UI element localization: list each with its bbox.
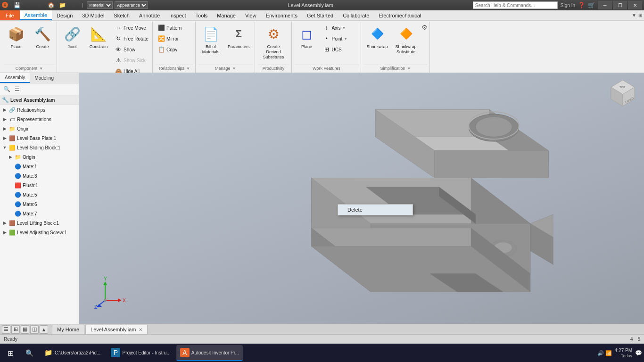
menu-sketch[interactable]: Sketch [109, 10, 134, 20]
axis-button[interactable]: ↕ Axis ▼ [321, 23, 359, 33]
notification-icon[interactable]: 💬 [635, 350, 642, 356]
tree-item-mate3[interactable]: 🔵 Mate:3 [0, 171, 79, 181]
menu-collaborate[interactable]: Collaborate [338, 10, 374, 20]
help-icon[interactable]: ❓ [578, 2, 585, 8]
toggle-mate6[interactable] [8, 201, 13, 207]
bill-of-materials-button[interactable]: 📄 Bill ofMaterials [198, 23, 223, 57]
manage-group-label[interactable]: Manage ▼ [198, 65, 253, 72]
menu-design[interactable]: Design [52, 10, 77, 20]
search-input[interactable] [473, 1, 558, 9]
parameters-button[interactable]: Σ Parameters [225, 23, 253, 51]
ribbon-options-icon[interactable]: ▼ [632, 13, 636, 18]
show-button[interactable]: 👁 Show [113, 44, 150, 55]
point-button[interactable]: • Point ▼ [321, 33, 359, 44]
tab-icon-split[interactable]: ◫ [30, 325, 39, 334]
tree-item-level-adjusting-screw[interactable]: ▶ 🟩 Level Adjusting Screw:1 [0, 228, 79, 237]
tab-level-assembly-close[interactable]: ✕ [139, 327, 142, 332]
toggle-mate7[interactable] [8, 211, 13, 216]
tree-item-origin-sub[interactable]: ▶ 📁 Origin [0, 152, 79, 162]
constrain-button[interactable]: 📐 Constrain [86, 23, 111, 51]
tree-item-representations[interactable]: ▶ 🗃 Representations [0, 115, 79, 124]
tree-item-mate1[interactable]: 🔵 Mate:1 [0, 162, 79, 171]
component-group-label[interactable]: Component ▼ [4, 65, 55, 72]
menu-view[interactable]: View [240, 10, 261, 20]
tab-icon-columns[interactable]: ▦ [21, 325, 29, 334]
menu-assemble[interactable]: Assemble [20, 10, 52, 20]
menu-icon[interactable]: ☰ [12, 84, 22, 94]
joint-button[interactable]: 🔗 Joint [60, 23, 84, 51]
settings-icon[interactable]: ⚙ [69, 0, 78, 10]
toggle-level-adjusting-screw[interactable]: ▶ [2, 230, 8, 235]
toggle-mate5[interactable] [8, 192, 13, 197]
view-cube[interactable]: FRONT TOP [606, 78, 639, 111]
menu-annotate[interactable]: Annotate [134, 10, 165, 20]
minimize-button[interactable]: ─ [598, 1, 612, 9]
start-button[interactable]: ⊞ [2, 345, 19, 362]
toggle-flush1[interactable] [8, 182, 13, 188]
toggle-level-sliding-block[interactable]: ▼ [2, 145, 8, 150]
context-menu-item-delete[interactable]: Delete [338, 205, 413, 215]
menu-environments[interactable]: Environments [261, 10, 302, 20]
tree-item-relationships[interactable]: ▶ 🔗 Relationships [0, 105, 79, 115]
toggle-representations[interactable]: ▶ [2, 116, 8, 122]
restore-button[interactable]: ❐ [613, 1, 627, 9]
tree-item-level-lifting-block[interactable]: ▶ 🟫 Level Lifting Block:1 [0, 218, 79, 228]
menu-electromechanical[interactable]: Electromechanical [374, 10, 426, 20]
toggle-origin[interactable]: ▶ [2, 126, 8, 132]
toggle-level-base-plate[interactable]: ▶ [2, 135, 8, 141]
pattern-button[interactable]: ⬛ Pattern [156, 23, 193, 33]
tab-icon-list[interactable]: ☰ [2, 325, 10, 334]
copy-button[interactable]: 📋 Copy [156, 44, 193, 55]
menu-inspect[interactable]: Inspect [165, 10, 190, 20]
toggle-origin-sub[interactable]: ▶ [8, 154, 13, 160]
undo-icon[interactable]: ↩ [24, 0, 33, 10]
taskbar-app-file-explorer[interactable]: 📁 C:\Users\ortiza2\Pict... [40, 345, 105, 361]
tree-item-origin[interactable]: ▶ 📁 Origin [0, 124, 79, 133]
viewport[interactable]: Delete Y X Z [79, 73, 644, 324]
mirror-button[interactable]: 🔀 Mirror [156, 33, 193, 44]
tab-icon-grid[interactable]: ⊞ [11, 325, 20, 334]
simplification-group-label[interactable]: Simplification ▼ [364, 65, 428, 72]
sign-in-button[interactable]: Sign In [561, 3, 575, 8]
expand-ribbon-icon[interactable]: ⊞ [638, 13, 642, 18]
home-icon[interactable]: 🏠 [46, 0, 56, 10]
free-move-button[interactable]: ↔ Free Move [113, 23, 150, 33]
create-button[interactable]: 🔨 Create [30, 23, 55, 51]
relationships-group-label[interactable]: Relationships ▼ [156, 65, 193, 72]
save-icon[interactable]: 💾 [12, 0, 22, 10]
tree-item-level-sliding-block[interactable]: ▼ 🟨 Level Sliding Block:1 [0, 143, 79, 152]
taskbar-app-autodesk[interactable]: A Autodesk Inventor Pr... [176, 345, 243, 361]
tree-item-mate7[interactable]: 🔵 Mate:7 [0, 209, 79, 218]
tree-item-mate6[interactable]: 🔵 Mate:6 [0, 199, 79, 209]
tab-icon-up[interactable]: ▲ [40, 325, 48, 334]
toggle-mate1[interactable] [8, 164, 13, 169]
place-button[interactable]: 📦 Place [4, 23, 28, 51]
tree-item-mate5[interactable]: 🔵 Mate:5 [0, 190, 79, 199]
toggle-relationships[interactable]: ▶ [2, 107, 8, 113]
menu-tools[interactable]: Tools [191, 10, 213, 20]
ucs-button[interactable]: ⊞ UCS [321, 44, 359, 55]
appearance-dropdown[interactable]: Appearance [115, 1, 148, 9]
taskbar-search-icon[interactable]: 🔍 [21, 345, 38, 362]
cart-icon[interactable]: 🛒 [588, 2, 595, 8]
material-dropdown[interactable]: Material [87, 1, 113, 9]
menu-get-started[interactable]: Get Started [302, 10, 338, 20]
show-sick-button[interactable]: ⚠ Show Sick [113, 55, 150, 66]
tree-item-flush1[interactable]: 🟥 Flush:1 [0, 181, 79, 190]
plane-button[interactable]: ◻ Plane [295, 23, 319, 51]
menu-file[interactable]: File [0, 10, 20, 20]
simplification-settings-icon[interactable]: ⚙ [421, 24, 428, 31]
toggle-level-lifting-block[interactable]: ▶ [2, 220, 8, 226]
search-icon[interactable]: 🔍 [2, 84, 11, 94]
shrinkwrap-button[interactable]: 🔷 Shrinkwrap [364, 23, 391, 51]
tab-assembly[interactable]: Assembly [0, 73, 30, 83]
toggle-mate3[interactable] [8, 173, 13, 179]
menu-manage[interactable]: Manage [212, 10, 240, 20]
taskbar-app-project-editor[interactable]: P Project Editor - Instru... [107, 345, 174, 361]
tree-item-level-base-plate[interactable]: ▶ 🟫 Level Base Plate:1 [0, 133, 79, 143]
tab-my-home[interactable]: My Home [52, 325, 84, 334]
tab-modeling[interactable]: Modeling [30, 73, 58, 83]
free-rotate-button[interactable]: ↻ Free Rotate [113, 33, 150, 44]
shrinkwrap-substitute-button[interactable]: 🔶 ShrinkwrapSubstitute [393, 23, 420, 57]
redo-icon[interactable]: ↪ [35, 0, 44, 10]
